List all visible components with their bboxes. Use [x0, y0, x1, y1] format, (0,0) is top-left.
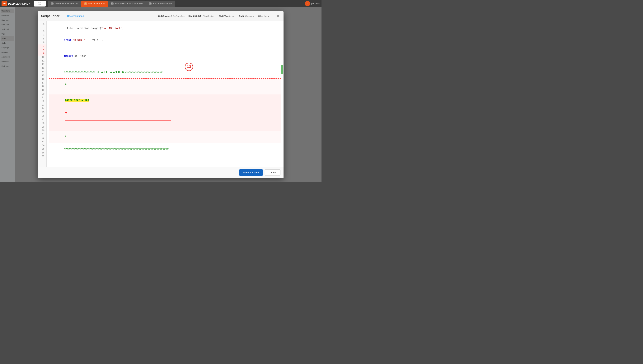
line-num-7: 7 [38, 44, 46, 48]
code-line-7: #....................... [49, 78, 281, 94]
line-num-36: 36 [38, 151, 46, 155]
line-num-23: 23 [38, 103, 46, 107]
code-line-3 [49, 46, 281, 50]
line-num-35: 35 [38, 147, 46, 151]
line-num-37: 37 [38, 155, 46, 158]
code-line-4: import os, json [49, 50, 281, 62]
modal-close-button[interactable]: × [276, 14, 280, 18]
tab-automation-label: Automation Dashboard [55, 2, 78, 5]
automation-icon: ⚙ [51, 2, 54, 5]
nav-brand-name: DEEP LEARNING [8, 2, 29, 5]
resource-icon: ◈ [149, 2, 152, 5]
line-num-33: 33 [38, 140, 46, 144]
line-num-14: 14 [38, 70, 46, 74]
line-num-31: 31 [38, 133, 46, 136]
code-editor: 1 2 3 4 5 6 7 8 9 10 11 12 13 14 15 16 1… [38, 21, 284, 167]
line-num-34: 34 [38, 144, 46, 147]
line-num-9: 9 [38, 52, 46, 56]
code-line-11 [49, 155, 281, 159]
modal-title: Script Editor [41, 14, 60, 18]
nav-user: P pacheco [305, 1, 320, 6]
code-content[interactable]: __file__ = variables.get("PA_TASK_NAME")… [47, 21, 284, 167]
nav-logo: AO DEEP LEARNING ▾ [2, 1, 30, 6]
code-line-5 [49, 62, 281, 66]
tab-scheduling[interactable]: ⏱ Scheduling & Orchestration [108, 0, 146, 7]
line-num-5: 5 [38, 37, 46, 41]
tab-resource-manager[interactable]: ◈ Resource Manager [146, 0, 175, 7]
shortcut-findreplace: [Shift-]Ctrl+F: Find|Replace [188, 15, 215, 17]
scroll-indicator[interactable] [281, 65, 283, 74]
nav-dropdown-arrow[interactable]: ▾ [29, 3, 30, 5]
line-num-2: 2 [38, 26, 46, 30]
user-name: pacheco [311, 2, 320, 5]
other-keys-button[interactable]: Other Keys [258, 15, 269, 17]
tab-workflow-label: Workflow Studio [88, 2, 105, 5]
user-avatar: P [305, 1, 310, 6]
shortcut-autocomplete: Ctrl+Space: Auto-Complete [158, 15, 185, 17]
line-num-3: 3 [38, 30, 46, 33]
line-num-20: 20 [38, 92, 46, 96]
code-line-9: # [49, 131, 281, 143]
line-num-30: 30 [38, 129, 46, 132]
nav-tabs: ⚙ Automation Dashboard ⚡ Workflow Studio… [48, 0, 304, 7]
line-num-12: 12 [38, 63, 46, 66]
badge-13: 13 [185, 63, 193, 71]
save-close-button[interactable]: Save & Close [239, 169, 263, 176]
top-nav: AO DEEP LEARNING ▾ YourLOGO ⚙ Automation… [0, 0, 321, 7]
line-num-22: 22 [38, 100, 46, 103]
line-num-29: 29 [38, 125, 46, 129]
line-num-16: 16 [38, 78, 46, 81]
activeeon-logo-icon: AO [2, 1, 7, 6]
line-num-19: 19 [38, 88, 46, 92]
line-num-1: 1 [38, 22, 46, 26]
cancel-button[interactable]: Cancel [265, 169, 280, 176]
nav-logo-image: YourLOGO [34, 1, 46, 6]
line-num-8: 8 [38, 48, 46, 52]
tab-automation-dashboard[interactable]: ⚙ Automation Dashboard [48, 0, 81, 7]
code-line-1: __file__ = variables.get("PA_TASK_NAME") [49, 22, 281, 34]
modal-shortcuts: Ctrl+Space: Auto-Complete [Shift-]Ctrl+F… [158, 15, 269, 17]
modal-footer: Save & Close Cancel [38, 167, 284, 178]
line-num-25: 25 [38, 111, 46, 114]
line-num-27: 27 [38, 118, 46, 122]
line-num-17: 17 [38, 81, 46, 85]
script-editor-modal: Script Editor Documentation Ctrl+Space: … [38, 11, 284, 178]
code-line-13: ######################## INPUT FROM AUTO… [49, 163, 281, 167]
modal-overlay: Script Editor Documentation Ctrl+Space: … [0, 7, 321, 182]
line-num-15: 15 [38, 74, 46, 78]
shortcut-indent: Shift-Tab: Indent [219, 15, 235, 17]
line-num-26: 26 [38, 114, 46, 118]
line-num-6: 6 [38, 41, 46, 44]
line-num-21: 21 [38, 96, 46, 100]
line-num-4: 4 [38, 34, 46, 37]
code-line-10: ########################################… [49, 143, 281, 155]
line-num-18: 18 [38, 85, 46, 88]
modal-header: Script Editor Documentation Ctrl+Space: … [38, 11, 284, 21]
code-line-8: BATCH_SIZE = 128 ◄ [49, 94, 281, 131]
code-line-12 [49, 159, 281, 163]
scheduling-icon: ⏱ [111, 2, 114, 5]
code-line-2: print("BEGIN " + __file__) [49, 34, 281, 46]
line-num-28: 28 [38, 122, 46, 125]
tab-scheduling-label: Scheduling & Orchestration [115, 2, 143, 5]
line-num-24: 24 [38, 107, 46, 110]
line-numbers: 1 2 3 4 5 6 7 8 9 10 11 12 13 14 15 16 1… [38, 21, 47, 167]
code-line-6: ##################### DEFAULT PARAMETERS… [49, 66, 281, 78]
tab-workflow-studio[interactable]: ⚡ Workflow Studio [81, 0, 107, 7]
line-num-32: 32 [38, 136, 46, 140]
line-num-11: 11 [38, 59, 46, 63]
workflow-icon: ⚡ [84, 2, 87, 5]
line-num-10: 10 [38, 56, 46, 59]
line-num-13: 13 [38, 66, 46, 70]
tab-resource-label: Resource Manager [153, 2, 172, 5]
documentation-link[interactable]: Documentation [67, 14, 84, 18]
shortcut-comment: Ctrl-/: Comment [239, 15, 254, 17]
nav-brand: DEEP LEARNING ▾ [8, 2, 30, 5]
